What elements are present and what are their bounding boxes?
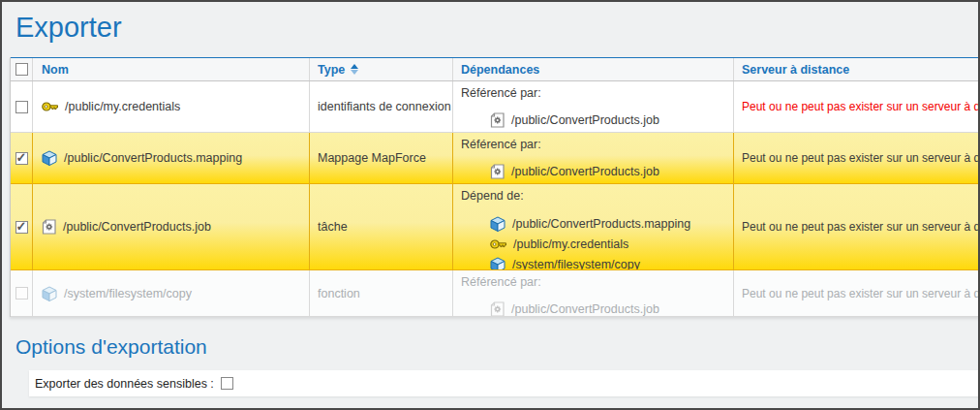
job-icon bbox=[490, 112, 505, 128]
row-checkbox[interactable] bbox=[15, 152, 28, 165]
cube-icon bbox=[42, 150, 57, 166]
remote-server-status: Peut ou ne peut pas exister sur un serve… bbox=[742, 151, 979, 165]
dependency-path: /public/ConvertProducts.job bbox=[511, 113, 659, 127]
dependency-path: /public/my.credentials bbox=[513, 237, 628, 251]
dependency-label: Référencé par: bbox=[461, 138, 725, 151]
job-icon bbox=[42, 219, 56, 235]
dependency-item: /system/filesystem/copy bbox=[490, 254, 725, 269]
table-row-credentials: /public/my.credentials identifiants de c… bbox=[11, 81, 979, 133]
cube-icon bbox=[42, 286, 57, 301]
header-cell-name[interactable]: Nom bbox=[33, 58, 310, 80]
table-row-mapping: /public/ConvertProducts.mapping Mappage … bbox=[11, 133, 979, 184]
dependency-label: Référencé par: bbox=[461, 275, 725, 289]
remote-server-status: Peut ou ne peut pas exister sur un serve… bbox=[742, 220, 979, 234]
remote-server-status: Peut ou ne peut pas exister sur un serve… bbox=[742, 100, 979, 113]
cube-icon bbox=[490, 257, 505, 270]
options-section-title: Options d'exportation bbox=[15, 335, 207, 359]
page-title: Exporter bbox=[15, 12, 122, 44]
object-type: tâche bbox=[318, 220, 348, 234]
object-type: Mappage MapForce bbox=[318, 151, 426, 165]
object-type: identifiants de connexion bbox=[318, 100, 451, 113]
job-icon bbox=[490, 301, 505, 317]
dependency-item: /public/ConvertProducts.mapping bbox=[490, 213, 725, 234]
header-type-label: Type bbox=[318, 63, 345, 77]
dependency-path: /system/filesystem/copy bbox=[512, 258, 640, 270]
row-checkbox bbox=[15, 287, 28, 300]
row-checkbox[interactable] bbox=[15, 101, 28, 113]
table-header-row: Nom Type Dépendances Serveur à distance bbox=[11, 57, 979, 81]
dependency-item: /public/ConvertProducts.job bbox=[490, 161, 725, 181]
header-dependencies-label: Dépendances bbox=[461, 63, 539, 77]
object-name: /public/ConvertProducts.job bbox=[63, 220, 211, 234]
select-all-checkbox[interactable] bbox=[15, 63, 28, 76]
dependency-item: /public/my.credentials bbox=[490, 234, 725, 254]
dependency-label: Référencé par: bbox=[461, 86, 725, 100]
export-options-row: Exporter des données sensibles : bbox=[29, 370, 979, 396]
job-icon bbox=[490, 164, 505, 179]
dependency-path: /public/ConvertProducts.job bbox=[511, 165, 659, 178]
object-name: /system/filesystem/copy bbox=[64, 287, 192, 300]
sort-asc-desc-icon[interactable] bbox=[351, 64, 358, 75]
sensitive-data-checkbox[interactable] bbox=[221, 377, 233, 390]
export-table: Nom Type Dépendances Serveur à distance … bbox=[10, 57, 979, 317]
dependency-item: /public/ConvertProducts.job bbox=[490, 299, 725, 316]
header-remote-server-label: Serveur à distance bbox=[742, 63, 849, 77]
cube-icon bbox=[490, 216, 505, 232]
sensitive-data-label: Exporter des données sensibles : bbox=[35, 377, 214, 391]
key-icon bbox=[490, 239, 506, 249]
table-row-job: /public/ConvertProducts.job tâche Dépend… bbox=[11, 184, 979, 270]
object-type: fonction bbox=[318, 287, 360, 300]
object-name: /public/ConvertProducts.mapping bbox=[64, 151, 242, 165]
header-cell-remote-server[interactable]: Serveur à distance bbox=[734, 58, 979, 80]
dependency-path: /public/ConvertProducts.mapping bbox=[512, 217, 690, 231]
table-row-copy: /system/filesystem/copy fonction Référen… bbox=[11, 270, 979, 317]
dependency-path: /public/ConvertProducts.job bbox=[511, 302, 659, 316]
key-icon bbox=[42, 102, 58, 111]
dependency-label: Dépend de: bbox=[461, 189, 725, 203]
remote-server-status: Peut ou ne peut pas exister sur un serve… bbox=[742, 287, 979, 300]
dependency-item: /public/ConvertProducts.job bbox=[490, 110, 725, 130]
header-cell-type[interactable]: Type bbox=[310, 58, 453, 80]
object-name: /public/my.credentials bbox=[65, 100, 180, 113]
header-cell-select-all bbox=[11, 58, 33, 80]
row-checkbox[interactable] bbox=[15, 221, 28, 234]
header-name-label: Nom bbox=[42, 63, 69, 77]
header-cell-dependencies[interactable]: Dépendances bbox=[453, 58, 734, 80]
